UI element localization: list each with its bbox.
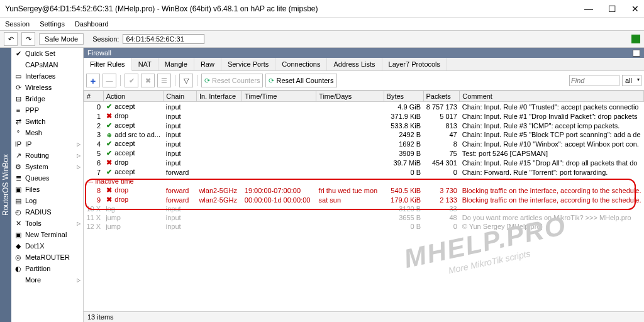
panel-close-icon[interactable]: × [633, 50, 640, 57]
sidebar-item-queues[interactable]: ≣Queues [11, 172, 83, 184]
sidebar-icon: ▤ [14, 196, 23, 205]
table-row[interactable]: 5✔ acceptinput3909 B75Test: port 5246 [C… [84, 148, 644, 158]
session-label: Session: [92, 35, 119, 43]
comment-button[interactable]: ☰ [157, 74, 171, 87]
tab-filter-rules[interactable]: Filter Rules [84, 58, 132, 71]
close-button[interactable]: ✕ [631, 4, 639, 14]
section-label: --- inactive time [84, 177, 644, 186]
tab-raw[interactable]: Raw [194, 58, 221, 70]
menu-dashboard[interactable]: Dashboard [75, 20, 109, 28]
filter-dropdown[interactable]: all [622, 75, 641, 86]
table-row[interactable]: 4✔ acceptinput1692 B8Chain: Input. Rule … [84, 139, 644, 148]
minimize-button[interactable]: — [584, 4, 593, 14]
sidebar-item-ppp[interactable]: ≡PPP [11, 104, 83, 116]
sidebar-label: More [25, 276, 41, 284]
vertical-tab[interactable]: RouterOS WinBox [0, 48, 11, 322]
sidebar-label: CAPsMAN [25, 61, 58, 69]
col-header[interactable]: Time/Time [242, 91, 316, 102]
tab-mangle[interactable]: Mangle [158, 58, 194, 70]
sidebar-label: Mesh [25, 129, 42, 136]
table-row[interactable]: 9✖ dropforwardwlan2-5GHz00:00:00-1d 00:0… [84, 195, 644, 204]
find-input[interactable] [569, 75, 619, 86]
firewall-panel: Firewall × Filter RulesNATMangleRawServi… [84, 48, 644, 322]
col-header[interactable]: Bytes [384, 91, 423, 102]
sidebar-item-system[interactable]: ⚙System▷ [11, 161, 83, 172]
panel-titlebar: Firewall × [84, 48, 644, 58]
col-header[interactable]: # [84, 91, 104, 102]
sidebar-icon: ≡ [14, 106, 23, 114]
tab-layer7-protocols[interactable]: Layer7 Protocols [382, 58, 448, 70]
sidebar-item-metarouter[interactable]: ◎MetaROUTER [11, 252, 83, 263]
sidebar-icon: ⊟ [14, 94, 23, 103]
sidebar-item-ip[interactable]: IPIP▷ [11, 138, 83, 150]
col-header[interactable]: Comment [460, 91, 644, 102]
sidebar-item-quick-set[interactable]: ✔Quick Set [11, 48, 83, 59]
table-row[interactable]: 2✔ acceptinput533.8 KiB813Chain: Input. … [84, 121, 644, 130]
menu-session[interactable]: Session [5, 20, 30, 28]
remove-button[interactable]: — [103, 74, 116, 87]
sidebar-item-new-terminal[interactable]: ▣New Terminal [11, 229, 83, 240]
add-button[interactable]: + [86, 74, 100, 87]
sidebar-item-partition[interactable]: ◐Partition [11, 263, 83, 274]
main-toolbar: ↶ ↷ Safe Mode Session: 64:D1:54:52:6C:31 [0, 30, 644, 48]
tab-connections[interactable]: Connections [275, 58, 327, 70]
sidebar-label: Queues [25, 174, 50, 182]
table-row[interactable]: 3⊕ add src to ad...input2492 B47Chain: I… [84, 130, 644, 139]
sidebar-item-more[interactable]: More▷ [11, 274, 83, 286]
sidebar-item-mesh[interactable]: °Mesh [11, 127, 83, 138]
undo-button[interactable]: ↶ [4, 32, 18, 46]
table-row[interactable]: 12 X jumpinput0 B0© Yun Sergey [MHelp.pr… [84, 222, 644, 231]
menubar: Session Settings Dashboard [0, 18, 644, 30]
chevron-right-icon: ▷ [77, 164, 80, 170]
sidebar-item-dot1x[interactable]: ◆Dot1X [11, 240, 83, 252]
sidebar-item-radius[interactable]: ◴RADIUS [11, 206, 83, 218]
sidebar-item-routing[interactable]: ↗Routing▷ [11, 150, 83, 161]
table-row[interactable]: 0✔ acceptinput4.9 GiB8 757 173Chain: Inp… [84, 102, 644, 112]
sidebar-label: System [25, 163, 48, 170]
col-header[interactable]: Chain [164, 91, 197, 102]
sidebar-item-wireless[interactable]: ⟳Wireless [11, 82, 83, 93]
sidebar-label: Routing [25, 152, 49, 159]
enable-button[interactable]: ✔ [125, 74, 138, 87]
col-header[interactable]: In. Interface [196, 91, 242, 102]
table-row[interactable]: 8✖ dropforwardwlan2-5GHz19:00:00-07:00:0… [84, 186, 644, 195]
chevron-right-icon: ▷ [77, 277, 80, 283]
table-row[interactable]: 6✖ dropinput39.7 MiB454 301Chain: Input.… [84, 158, 644, 167]
tab-address-lists[interactable]: Address Lists [327, 58, 382, 70]
sidebar-item-bridge[interactable]: ⊟Bridge [11, 93, 83, 104]
col-header[interactable]: Time/Days [316, 91, 384, 102]
sidebar-label: New Terminal [25, 231, 67, 238]
redo-button[interactable]: ↷ [21, 32, 35, 46]
safe-mode-button[interactable]: Safe Mode [39, 33, 84, 45]
table-row[interactable]: 7✔ acceptforward0 B0Chain: Forward. Rule… [84, 167, 644, 177]
sidebar-label: RADIUS [25, 208, 52, 216]
reset-counters-button[interactable]: ⟳Reset Counters [201, 74, 263, 87]
sidebar-icon: IP [14, 140, 23, 148]
chevron-right-icon: ▷ [77, 221, 80, 226]
col-header[interactable]: Packets [423, 91, 460, 102]
sidebar-label: Wireless [25, 84, 52, 91]
filter-button[interactable]: ▽ [179, 74, 193, 87]
col-header[interactable]: Action [103, 91, 164, 102]
sidebar-item-capsman[interactable]: CAPsMAN [11, 59, 83, 70]
table-row[interactable]: 10 X loginput3120 B33 [84, 204, 644, 213]
reset-all-counters-button[interactable]: ⟳Reset All Counters [265, 74, 336, 87]
sidebar-item-files[interactable]: ▣Files [11, 184, 83, 195]
tab-service-ports[interactable]: Service Ports [221, 58, 275, 70]
sidebar-label: Dot1X [25, 242, 45, 250]
table-row[interactable]: 1✖ dropinput371.9 KiB5 017Chain: Input. … [84, 111, 644, 121]
tab-nat[interactable]: NAT [132, 58, 158, 70]
table-row[interactable]: 11 X jumpinput3655 B48Do you want more a… [84, 213, 644, 222]
sidebar-item-interfaces[interactable]: ▭Interfaces [11, 70, 83, 82]
sidebar-item-log[interactable]: ▤Log [11, 195, 83, 206]
sidebar-icon: ° [14, 128, 23, 137]
sidebar-label: Partition [25, 265, 50, 272]
session-value[interactable]: 64:D1:54:52:6C:31 [123, 34, 204, 44]
rules-grid[interactable]: #ActionChainIn. InterfaceTime/TimeTime/D… [84, 91, 644, 311]
maximize-button[interactable]: ☐ [608, 4, 616, 14]
sidebar-item-switch[interactable]: ⇄Switch [11, 116, 83, 127]
firewall-toolbar: + — ✔ ✖ ☰ ▽ ⟳Reset Counters ⟳Reset All C… [84, 71, 644, 91]
sidebar-item-tools[interactable]: ✕Tools▷ [11, 218, 83, 229]
disable-button[interactable]: ✖ [141, 74, 155, 87]
menu-settings[interactable]: Settings [40, 20, 65, 28]
